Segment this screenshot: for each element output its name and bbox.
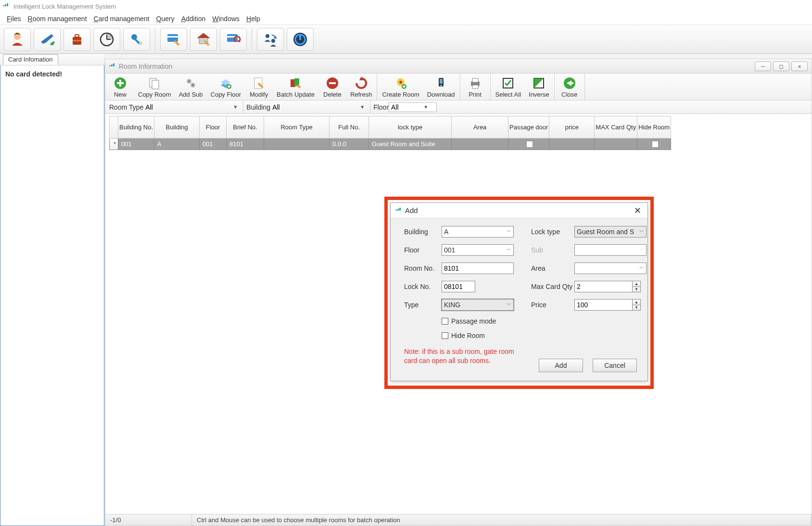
toolbar-luggage-icon[interactable] (63, 28, 90, 51)
spinner-up-icon[interactable]: ▲ (633, 300, 640, 305)
menu-card-management[interactable]: Card management (94, 15, 150, 23)
menu-windows[interactable]: Windows (212, 15, 240, 23)
toolbar-flight-icon[interactable] (34, 28, 61, 51)
col-area[interactable]: Area (452, 116, 508, 138)
toolbar-user-icon[interactable] (4, 28, 31, 51)
select-all-button[interactable]: Select All (492, 75, 525, 99)
room-information-window: Room Information — □ ✕ New Copy Room Add… (105, 59, 812, 526)
copy-room-button[interactable]: Copy Room (134, 75, 175, 99)
menu-files[interactable]: Files (7, 15, 21, 23)
checkbox-icon (442, 332, 448, 339)
col-max-card-qty[interactable]: MAX Card Qty (595, 116, 637, 138)
spinner-down-icon[interactable]: ▼ (633, 305, 640, 311)
label-area: Area (531, 264, 574, 272)
col-hide-room[interactable]: Hide Room (637, 116, 671, 138)
toolbar-sep-1 (155, 28, 155, 51)
dialog-cancel-button[interactable]: Cancel (593, 359, 637, 372)
menu-room-management[interactable]: Room management (28, 15, 87, 23)
cell-brief-no: 8101 (227, 138, 264, 150)
col-floor[interactable]: Floor (200, 116, 227, 138)
copy-floor-button[interactable]: Copy Floor (207, 75, 245, 99)
svg-point-38 (192, 84, 194, 86)
spinner-up-icon[interactable]: ▲ (633, 281, 640, 287)
dialog-add-button[interactable]: Add (539, 359, 583, 372)
spinner-down-icon[interactable]: ▼ (633, 287, 640, 292)
svg-rect-32 (117, 82, 124, 84)
left-panel-tabs: Card Infomation (0, 54, 104, 65)
checkbox-icon (442, 318, 448, 325)
checkbox-icon (652, 141, 659, 148)
type-select[interactable]: KING﹀ (442, 299, 514, 311)
filter-building-combo[interactable]: ▼ (270, 102, 366, 112)
child-close-button[interactable]: ✕ (791, 62, 808, 71)
new-button[interactable]: New (106, 75, 134, 99)
table-row[interactable]: * 001 A 001 8101 0.0.0 Guest Room and Su… (110, 138, 671, 150)
svg-rect-64 (399, 208, 401, 211)
building-select[interactable]: A﹀ (442, 226, 514, 238)
filter-room-type-value[interactable] (143, 102, 231, 112)
batch-update-button[interactable]: Batch Update (273, 75, 318, 99)
create-room-button[interactable]: Create Room (378, 75, 423, 99)
filter-building-value[interactable] (270, 102, 358, 112)
delete-button[interactable]: Delete (318, 75, 346, 99)
area-select[interactable]: ﹀ (574, 263, 647, 274)
child-toolbar: New Copy Room Add Sub Copy Floor Modify … (105, 74, 812, 100)
tab-card-information[interactable]: Card Infomation (3, 54, 58, 65)
filter-floor-combo[interactable]: ▼ (389, 102, 437, 112)
chevron-down-icon: ﹀ (639, 265, 644, 272)
toolbar-house-edit-icon[interactable] (190, 28, 217, 51)
svg-marker-16 (197, 33, 210, 38)
child-maximize-button[interactable]: □ (773, 62, 789, 71)
filter-room-type-label: Room Type (109, 103, 143, 111)
lock-no-input[interactable] (442, 281, 475, 292)
filter-floor-value[interactable] (389, 103, 423, 111)
modify-button[interactable]: Modify (245, 75, 273, 99)
col-full-no[interactable]: Full No. (330, 116, 369, 138)
child-minimize-button[interactable]: — (755, 62, 771, 71)
price-spinner[interactable]: ▲▼ (574, 299, 647, 311)
toolbar-card-refresh-icon[interactable] (220, 28, 247, 51)
cell-passage-door[interactable] (508, 138, 549, 150)
svg-rect-7 (73, 40, 81, 41)
toolbar-power-icon[interactable] (287, 28, 314, 51)
svg-rect-63 (397, 209, 399, 211)
col-building[interactable]: Building (154, 116, 200, 138)
menu-help[interactable]: Help (246, 15, 260, 23)
refresh-button[interactable]: Refresh (346, 75, 376, 99)
svg-marker-59 (534, 78, 544, 88)
col-brief-no[interactable]: Brief No. (227, 116, 264, 138)
menu-query[interactable]: Query (156, 15, 175, 23)
col-price[interactable]: price (549, 116, 595, 138)
cell-hide-room[interactable] (637, 138, 671, 150)
toolbar-key-icon[interactable] (123, 28, 150, 51)
svg-rect-18 (227, 34, 238, 42)
passage-mode-checkbox[interactable]: Passage mode (442, 317, 647, 325)
filter-room-type-combo[interactable]: ▼ (143, 102, 239, 112)
dialog-close-button[interactable]: ✕ (632, 205, 643, 216)
floor-select[interactable]: 001﹀ (442, 244, 514, 256)
add-sub-button[interactable]: Add Sub (175, 75, 207, 99)
toolbar-users-swap-icon[interactable] (257, 28, 284, 51)
inverse-button[interactable]: Inverse (525, 75, 553, 99)
status-counter: -1/0 (105, 514, 192, 526)
cell-building: A (154, 138, 200, 150)
close-button[interactable]: Close (556, 75, 584, 99)
chevron-down-icon[interactable]: ▼ (358, 104, 366, 110)
col-room-type[interactable]: Room Type (264, 116, 330, 138)
max-card-qty-spinner[interactable]: ▲▼ (574, 281, 647, 292)
svg-rect-55 (472, 78, 478, 82)
col-lock-type[interactable]: lock type (369, 116, 452, 138)
room-no-input[interactable] (442, 263, 514, 274)
chevron-down-icon[interactable]: ▼ (423, 104, 431, 110)
toolbar-card-edit-icon[interactable] (160, 28, 187, 51)
app-logo-icon (3, 3, 11, 9)
col-building-no[interactable]: Building No. (118, 116, 154, 138)
download-button[interactable]: Download (423, 75, 459, 99)
chevron-down-icon[interactable]: ▼ (231, 104, 239, 110)
lock-type-select[interactable]: Guest Room and S﹀ (574, 226, 647, 238)
menu-addition[interactable]: Addition (181, 15, 206, 23)
print-button[interactable]: Print (461, 75, 489, 99)
hide-room-checkbox[interactable]: Hide Room (442, 332, 647, 339)
col-passage-door[interactable]: Passage door (508, 116, 549, 138)
toolbar-clock-icon[interactable] (93, 28, 120, 51)
